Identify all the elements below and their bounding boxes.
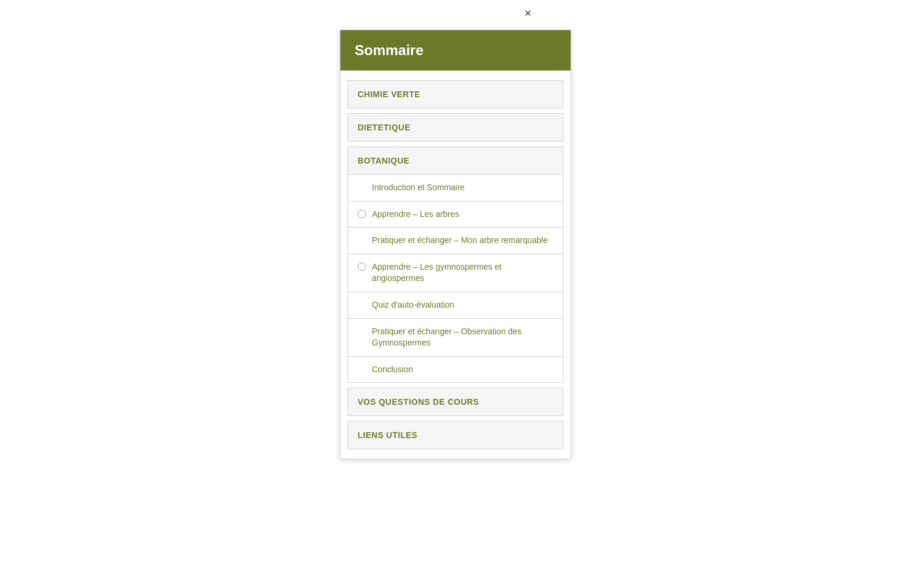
- subsection-apprendre-gymno[interactable]: Apprendre – Les gymnospermes et angiospe…: [348, 254, 563, 292]
- close-button[interactable]: ×: [524, 7, 531, 19]
- subsection-label-pratiquer-arbre: Pratiquer et échanger – Mon arbre remarq…: [372, 235, 548, 247]
- subsection-conclusion[interactable]: Conclusion: [348, 356, 563, 383]
- subsection-label-apprendre-arbres: Apprendre – Les arbres: [372, 209, 459, 220]
- section-label-dietetique: DIETETIQUE: [358, 123, 410, 132]
- section-vos-questions[interactable]: VOS QUESTIONS DE COURS: [348, 388, 563, 416]
- section-liens-utiles[interactable]: LIENS UTILES: [348, 421, 563, 449]
- subsection-intro-sommaire[interactable]: Introduction et Sommaire: [348, 174, 563, 201]
- subsection-label-quiz: Quiz d'auto-évaluation: [372, 299, 454, 311]
- subsection-quiz[interactable]: Quiz d'auto-évaluation: [348, 292, 563, 318]
- radio-placeholder-pratiquer-arbre: [358, 235, 366, 243]
- modal: Sommaire CHIMIE VERTE DIETETIQUE BOTANIQ…: [340, 30, 571, 459]
- section-chimie-verte[interactable]: CHIMIE VERTE: [348, 80, 563, 108]
- subsection-pratiquer-gymno[interactable]: Pratiquer et échanger – Observation des …: [348, 318, 563, 356]
- subsection-apprendre-arbres[interactable]: Apprendre – Les arbres: [348, 201, 563, 228]
- modal-header: Sommaire: [340, 30, 571, 71]
- radio-placeholder-pratiquer-gymno: [358, 326, 366, 334]
- section-label-chimie-verte: CHIMIE VERTE: [358, 90, 421, 99]
- modal-title: Sommaire: [355, 42, 556, 59]
- section-header-botanique[interactable]: BOTANIQUE: [348, 147, 563, 174]
- subsection-label-intro-sommaire: Introduction et Sommaire: [372, 182, 464, 194]
- radio-placeholder-intro: [358, 182, 366, 190]
- section-dietetique[interactable]: DIETETIQUE: [348, 113, 563, 142]
- radio-placeholder-conclusion: [358, 364, 366, 372]
- subsection-pratiquer-arbre[interactable]: Pratiquer et échanger – Mon arbre remarq…: [348, 227, 563, 254]
- radio-circle-apprendre-arbres: [358, 210, 366, 218]
- radio-placeholder-quiz: [358, 299, 366, 308]
- subsection-label-apprendre-gymno: Apprendre – Les gymnospermes et angiospe…: [372, 261, 553, 285]
- subsection-label-pratiquer-gymno: Pratiquer et échanger – Observation des …: [372, 326, 553, 349]
- subsection-label-conclusion: Conclusion: [372, 364, 413, 376]
- section-label-vos-questions: VOS QUESTIONS DE COURS: [358, 397, 479, 407]
- section-label-liens-utiles: LIENS UTILES: [358, 430, 418, 440]
- section-botanique: BOTANIQUE Introduction et Sommaire Appre…: [348, 146, 563, 383]
- radio-circle-apprendre-gymno: [358, 263, 366, 271]
- modal-body: CHIMIE VERTE DIETETIQUE BOTANIQUE Introd…: [340, 71, 571, 459]
- section-label-botanique: BOTANIQUE: [358, 156, 409, 165]
- subsection-list-botanique: Introduction et Sommaire Apprendre – Les…: [348, 174, 563, 382]
